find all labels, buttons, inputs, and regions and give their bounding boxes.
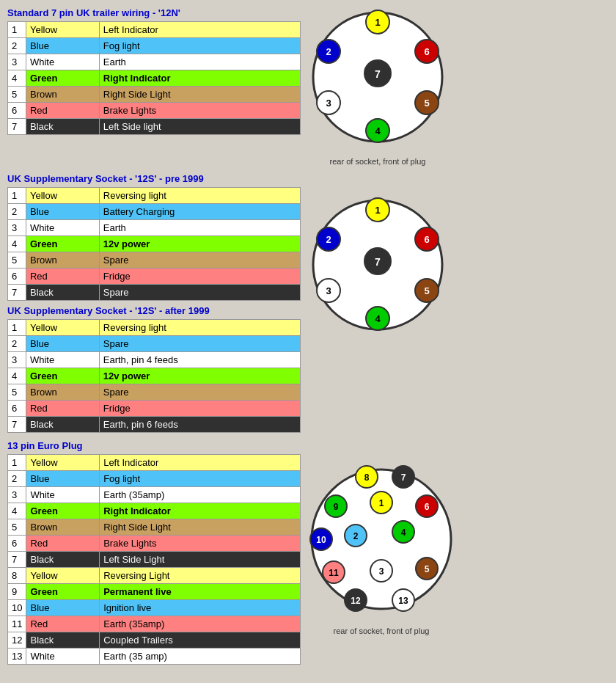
table-row: 8 Yellow Reversing Light	[8, 568, 301, 584]
svg-text:5: 5	[424, 98, 429, 109]
pin-desc: Permanent live	[100, 584, 301, 600]
pin-color: Brown	[26, 252, 99, 269]
svg-text:9: 9	[334, 502, 339, 512]
pin-num: 6	[8, 103, 26, 119]
svg-text:8: 8	[364, 472, 370, 483]
pin-color: White	[26, 54, 99, 70]
svg-text:7: 7	[401, 472, 406, 483]
table-row: 7 Black Earth, pin 6 feeds	[8, 417, 301, 433]
pin-num: 2	[8, 471, 26, 487]
pin-color: White	[26, 220, 99, 236]
svg-text:1: 1	[379, 498, 384, 508]
svg-text:2: 2	[326, 234, 331, 245]
table-row: 10 Blue Ignition live	[8, 600, 301, 616]
table-row: 12 Black Coupled Trailers	[8, 632, 301, 649]
diagram-caption-13pin: rear of socket, front of plug	[334, 627, 430, 635]
table-row: 2 Blue Fog light	[8, 471, 301, 487]
section-13pin: 13 pin Euro Plug 1 Yellow Left Indicator…	[7, 440, 609, 665]
pin-desc: Left Indicator	[99, 22, 300, 38]
diagram-13pin: 8 7 9 1 6 10 2 4 11	[308, 455, 455, 635]
pin-desc: Fridge	[99, 401, 300, 417]
pin-num: 7	[8, 417, 26, 433]
svg-text:1: 1	[375, 205, 380, 216]
pin-desc: Earth, pin 4 feeds	[99, 352, 300, 368]
pin-num: 2	[8, 336, 26, 352]
table-row: 5 Brown Right Side Light	[8, 87, 301, 103]
pin-desc: Reversing light	[99, 188, 300, 204]
table-row: 4 Green Right Indicator	[8, 70, 301, 87]
pin-num: 6	[8, 536, 26, 552]
table-row: 3 White Earth (35amp)	[8, 487, 301, 503]
pin-color: Red	[26, 616, 100, 632]
pin-desc: Right Side Light	[100, 519, 301, 536]
pin-num: 7	[8, 552, 26, 568]
pin-num: 8	[8, 568, 26, 584]
pin-color: Blue	[26, 471, 100, 487]
pin-color: Blue	[26, 204, 99, 220]
table-row: 7 Black Spare	[8, 285, 301, 301]
pin-color: Black	[26, 417, 99, 433]
pin-desc: Earth (35amp)	[100, 487, 301, 503]
svg-text:4: 4	[401, 527, 406, 538]
pin-color: Blue	[26, 600, 100, 616]
svg-text:12: 12	[351, 596, 361, 606]
pin-desc: Reversing Light	[100, 568, 301, 584]
pin-num: 4	[8, 368, 26, 384]
pin-num: 6	[8, 269, 26, 285]
pin-color: Red	[26, 401, 99, 417]
diagram-12n: 1 2 6 7 3 5 4 rear of socket, f	[308, 7, 447, 166]
pin-color: Brown	[26, 87, 99, 103]
pin-color: White	[26, 487, 100, 503]
pin-color: Brown	[26, 519, 100, 536]
pin-num: 9	[8, 584, 26, 600]
pin-color: Brown	[26, 384, 99, 401]
pin-color: Red	[26, 103, 99, 119]
svg-text:6: 6	[424, 46, 429, 57]
pin-desc: Battery Charging	[99, 204, 300, 220]
table-row: 2 Blue Spare	[8, 336, 301, 352]
pin-desc: Left Side Light	[100, 552, 301, 568]
pin-desc: Spare	[99, 285, 300, 301]
pin-color: Red	[26, 269, 99, 285]
pin-num: 10	[8, 600, 26, 616]
svg-text:3: 3	[326, 285, 331, 296]
pin-desc: Earth (35 amp)	[100, 649, 301, 665]
pin-desc: Earth, pin 6 feeds	[99, 417, 300, 433]
table-row: 2 Blue Battery Charging	[8, 204, 301, 220]
svg-text:4: 4	[375, 125, 381, 136]
table-row: 1 Yellow Reversing light	[8, 188, 301, 204]
pin-num: 1	[8, 188, 26, 204]
pin-desc: Reversing light	[99, 320, 300, 336]
section-12s: UK Supplementary Socket - '12S' - pre 19…	[7, 173, 609, 433]
pin-num: 13	[8, 649, 26, 665]
svg-text:13: 13	[398, 596, 408, 606]
pin-num: 5	[8, 519, 26, 536]
pin-num: 3	[8, 487, 26, 503]
table-row: 9 Green Permanent live	[8, 584, 301, 600]
pin-color: White	[26, 649, 100, 665]
svg-text:11: 11	[329, 568, 339, 578]
table-row: 7 Black Left Side Light	[8, 552, 301, 568]
svg-text:2: 2	[353, 531, 359, 541]
pin-desc: Left Indicator	[100, 455, 301, 471]
table-row: 5 Brown Right Side Light	[8, 519, 301, 536]
pin-color: Green	[26, 368, 99, 384]
table-row: 6 Red Brake Lights	[8, 103, 301, 119]
pin-num: 4	[8, 70, 26, 87]
pin-num: 12	[8, 632, 26, 649]
table-area-12n: Standard 7 pin UK trailer wiring - '12N'…	[7, 7, 301, 135]
pin-desc: Brake Lights	[100, 536, 301, 552]
svg-text:4: 4	[375, 313, 381, 324]
table-row: 1 Yellow Left Indicator	[8, 22, 301, 38]
pin-desc: Coupled Trailers	[100, 632, 301, 649]
table-row: 6 Red Fridge	[8, 401, 301, 417]
pin-num: 3	[8, 220, 26, 236]
pin-num: 5	[8, 87, 26, 103]
pin-desc: Spare	[99, 336, 300, 352]
table-row: 11 Red Earth (35amp)	[8, 616, 301, 632]
svg-text:3: 3	[326, 98, 331, 109]
pin-color: Green	[26, 584, 100, 600]
pin-color: Black	[26, 552, 100, 568]
svg-text:10: 10	[316, 535, 326, 545]
pin-desc: Right Indicator	[99, 70, 300, 87]
